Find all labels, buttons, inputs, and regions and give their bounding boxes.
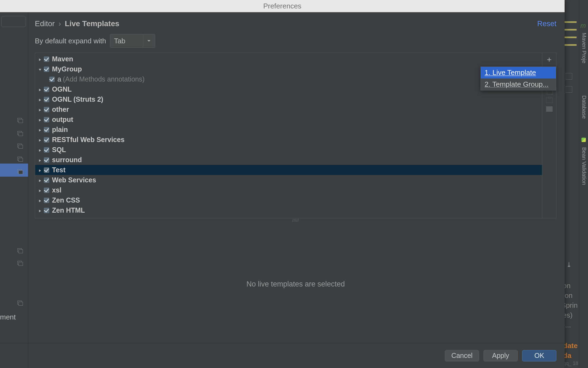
tree-group[interactable]: OGNL [35,84,542,94]
chevron-right-icon[interactable] [38,85,42,93]
resize-grip[interactable]: ///// [35,218,556,223]
expand-with-value: Tab [110,34,143,47]
database-tool-label[interactable]: Database [581,95,587,119]
tree-group[interactable]: OGNL (Struts 2) [35,94,542,104]
empty-state-text: No live templates are selected [35,280,556,288]
ok-button[interactable]: OK [522,350,556,361]
breadcrumb-root[interactable]: Editor [35,19,55,28]
tree-group[interactable]: plain [35,125,542,135]
copy-icon [17,118,23,123]
tree-group[interactable]: RESTful Web Services [35,135,542,145]
chevron-right-icon[interactable] [38,136,42,144]
templates-tree[interactable]: MavenMyGroupa(Add Methods annotations)OG… [35,53,542,218]
tree-group[interactable]: other [35,104,542,114]
duplicate-button[interactable] [546,106,553,112]
checkbox[interactable] [44,97,49,102]
copy-icon [17,248,23,253]
tree-template-item[interactable]: a(Add Methods annotations) [35,74,542,84]
paste-button[interactable] [546,98,553,103]
menu-item-live-template[interactable]: 1. Live Template [481,67,556,79]
sidebar-item-selected[interactable] [0,164,28,177]
checkbox[interactable] [44,87,49,92]
chevron-right-icon[interactable] [38,146,42,154]
editor-markers [563,21,577,52]
copy-icon [17,144,23,149]
dialog-footer: Cancel Apply OK [0,343,565,368]
group-label: Test [52,166,66,174]
toolwin-icon-a[interactable] [566,73,572,80]
chevron-right-icon[interactable] [38,206,42,214]
chevron-right-icon[interactable] [38,116,42,123]
chevron-right-icon[interactable] [38,196,42,204]
checkbox[interactable] [44,157,49,163]
download-icon[interactable]: ⤓ [566,261,572,269]
checkbox[interactable] [44,188,49,193]
chevron-right-icon[interactable] [38,55,42,63]
chevron-right-icon[interactable] [38,166,42,174]
tree-group[interactable]: MyGroup [35,64,542,74]
checkbox[interactable] [49,77,55,82]
checkbox[interactable] [44,117,49,122]
tree-group[interactable]: Maven [35,54,542,64]
expand-with-row: By default expand with Tab [35,34,556,48]
checkbox[interactable] [44,198,49,203]
tree-group[interactable]: output [35,114,542,125]
group-label: SQL [52,146,66,154]
tree-group[interactable]: Zen CSS [35,195,542,205]
preferences-dialog: Preferences ment Editor › Live Templates… [0,0,565,368]
chevron-right-icon[interactable] [38,105,42,113]
group-label: Zen HTML [52,206,85,214]
chevron-right-icon[interactable] [38,95,42,103]
window-title: Preferences [263,2,301,10]
toolwin-icon-b[interactable] [566,86,572,93]
chevron-right-icon[interactable] [38,186,42,194]
chevron-right-icon: › [59,19,61,28]
sidebar-fragment: ment [0,313,16,321]
checkbox[interactable] [44,167,49,173]
checkbox[interactable] [44,127,49,132]
search-input[interactable] [1,16,26,27]
chevron-right-icon[interactable] [38,126,42,134]
chevron-right-icon[interactable] [38,156,42,164]
maven-tool-icon[interactable]: m [580,22,586,29]
group-label: Maven [52,55,73,63]
chevron-right-icon[interactable] [38,176,42,184]
expand-with-label: By default expand with [35,37,106,45]
copy-icon [17,131,23,136]
bean-validation-tool-label[interactable]: Bean Validation [581,147,587,185]
menu-item-template-group[interactable]: 2. Template Group... [481,79,556,90]
cancel-button[interactable]: Cancel [445,350,479,361]
checkbox[interactable] [44,56,49,62]
breadcrumb: Editor › Live Templates Reset [35,19,556,28]
tree-group[interactable]: SQL [35,145,542,155]
group-label: Zen CSS [52,196,80,204]
group-label: xsl [52,186,62,194]
group-label: surround [52,156,82,164]
bean-validation-icon[interactable] [581,138,586,142]
chevron-down-icon[interactable] [38,65,42,73]
tree-group[interactable]: xsl [35,185,542,195]
checkbox[interactable] [44,107,49,112]
group-label: plain [52,126,68,134]
tree-group[interactable]: surround [35,155,542,165]
reset-link[interactable]: Reset [537,20,556,28]
titlebar: Preferences [0,0,565,12]
chevron-down-icon[interactable] [143,34,155,47]
expand-with-select[interactable]: Tab [110,34,155,48]
tree-group[interactable]: Zen HTML [35,205,542,215]
breadcrumb-page: Live Templates [65,19,119,28]
apply-button[interactable]: Apply [483,350,518,361]
tree-group[interactable]: Test [35,165,542,175]
add-button[interactable]: + [547,55,552,64]
template-abbr: a [57,75,61,83]
checkbox[interactable] [44,137,49,143]
maven-tool-label[interactable]: Maven Proje [581,33,587,63]
checkbox[interactable] [44,177,49,183]
group-label: OGNL [52,85,72,93]
tree-group[interactable]: Web Services [35,175,542,185]
group-label: other [52,105,69,113]
checkbox[interactable] [44,67,49,72]
checkbox[interactable] [44,208,49,213]
checkbox[interactable] [44,147,49,153]
settings-nav-sidebar[interactable]: ment [0,12,28,368]
